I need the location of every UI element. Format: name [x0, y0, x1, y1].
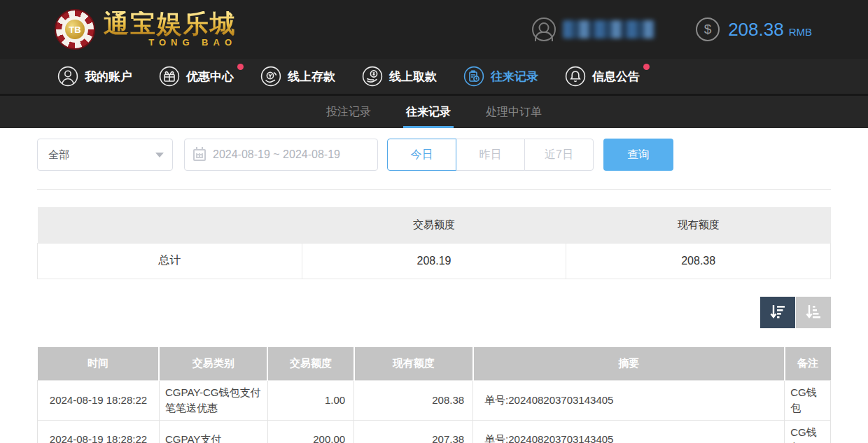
summary-header-row: 交易额度 现有额度: [38, 207, 831, 243]
cell-type: CGPAY支付: [159, 420, 267, 443]
chevron-down-icon: [155, 153, 164, 157]
username-redacted: [563, 20, 655, 38]
cell-type: CGPAY-CG钱包支付笔笔送优惠: [159, 381, 267, 421]
records-icon: [463, 66, 484, 87]
query-button[interactable]: 查询: [603, 139, 673, 171]
type-select-value: 全部: [48, 148, 155, 162]
col-balance: 现有额度: [354, 347, 473, 381]
site-subtitle: TONG BAO: [104, 37, 237, 48]
records-table: 时间 交易类别 交易额度 现有额度 摘要 备注 2024-08-19 18:28…: [37, 347, 831, 443]
cell-balance: 208.38: [354, 381, 473, 421]
main-content: 全部 2024-08-19 ~ 2024-08-19 今日 昨日 近7日 查询 …: [0, 139, 868, 443]
user-icon: [57, 66, 78, 87]
cell-amount: 200.00: [267, 420, 354, 443]
summary-total-transaction: 208.19: [302, 243, 566, 279]
col-time: 时间: [38, 347, 160, 381]
notification-dot: [237, 64, 244, 70]
bell-icon: [565, 66, 586, 87]
table-header-row: 时间 交易类别 交易额度 现有额度 摘要 备注: [38, 347, 831, 381]
cell-summary: 单号:202408203703143405: [473, 420, 785, 443]
nav-item-withdraw[interactable]: 线上取款: [362, 66, 437, 87]
table-row: 2024-08-19 18:28:22 CGPAY-CG钱包支付笔笔送优惠 1.…: [38, 381, 831, 421]
withdraw-icon: [362, 66, 383, 87]
table-row: 2024-08-19 18:28:22 CGPAY支付 200.00 207.3…: [38, 420, 831, 443]
nav-item-deposit[interactable]: 线上存款: [260, 66, 335, 87]
date-range-input[interactable]: 2024-08-19 ~ 2024-08-19: [184, 139, 378, 171]
active-tab-underline: [403, 126, 454, 128]
notification-dot: [643, 64, 650, 70]
chip-tb-label: TB: [65, 20, 85, 39]
user-account[interactable]: [532, 17, 655, 41]
calendar-icon: [193, 149, 206, 161]
summary-header-transaction: 交易额度: [302, 207, 566, 243]
col-type: 交易类别: [159, 347, 267, 381]
sort-controls: [37, 297, 831, 328]
deposit-icon: [260, 66, 281, 87]
gift-icon: [159, 66, 180, 87]
nav-label: 信息公告: [592, 69, 640, 85]
summary-table: 交易额度 现有额度 总计 208.19 208.38: [37, 207, 831, 279]
summary-total-balance: 208.38: [566, 243, 831, 279]
cell-time: 2024-08-19 18:28:22: [38, 420, 160, 443]
tab-processing-orders[interactable]: 处理中订单: [483, 96, 545, 128]
dollar-coin-icon: $: [696, 17, 720, 41]
main-nav: 我的账户 优惠中心 线上存款 线上取款: [0, 59, 868, 96]
summary-header-empty: [38, 207, 302, 243]
summary-header-balance: 现有额度: [566, 207, 831, 243]
filter-bar: 全部 2024-08-19 ~ 2024-08-19 今日 昨日 近7日 查询: [37, 139, 831, 171]
quick-date-group: 今日 昨日 近7日: [387, 139, 594, 171]
date-range-value: 2024-08-19 ~ 2024-08-19: [213, 148, 340, 161]
last7days-button[interactable]: 近7日: [524, 139, 594, 171]
sort-descending-icon: [768, 302, 788, 322]
cell-remark: CG钱包: [785, 420, 831, 443]
sort-ascending-icon: [804, 302, 823, 322]
today-button[interactable]: 今日: [387, 139, 456, 171]
col-summary: 摘要: [473, 347, 785, 381]
section-divider: [37, 189, 831, 190]
tab-label: 往来记录: [406, 105, 451, 120]
nav-label: 优惠中心: [186, 69, 234, 85]
summary-total-label: 总计: [38, 243, 302, 279]
summary-total-row: 总计 208.19 208.38: [38, 243, 831, 279]
nav-label: 线上取款: [389, 69, 437, 85]
type-select[interactable]: 全部: [37, 139, 173, 171]
balance-amount: 208.38: [728, 19, 784, 41]
tab-label: 投注记录: [326, 105, 371, 120]
cell-balance: 207.38: [354, 420, 473, 443]
casino-chip-icon: TB: [55, 9, 95, 50]
cell-remark: CG钱包: [785, 381, 831, 421]
sort-ascending-button[interactable]: [796, 297, 831, 328]
site-logo[interactable]: TB 通宝娱乐城 TONG BAO: [55, 9, 237, 50]
balance-currency: RMB: [789, 26, 812, 38]
avatar-icon: [532, 17, 556, 41]
nav-item-transaction-records[interactable]: 往来记录: [463, 66, 538, 87]
cell-time: 2024-08-19 18:28:22: [38, 381, 160, 421]
site-title: 通宝娱乐城: [104, 11, 237, 36]
col-remark: 备注: [785, 347, 831, 381]
nav-item-promotions[interactable]: 优惠中心: [159, 66, 234, 87]
nav-label: 我的账户: [85, 69, 132, 85]
nav-label: 线上存款: [288, 69, 335, 85]
records-subnav: 投注记录 往来记录 处理中订单: [0, 96, 868, 128]
tab-label: 处理中订单: [486, 105, 542, 120]
tab-bet-records[interactable]: 投注记录: [323, 96, 374, 128]
cell-summary: 单号:202408203703143405: [473, 381, 785, 421]
cell-amount: 1.00: [267, 381, 354, 421]
nav-item-my-account[interactable]: 我的账户: [57, 66, 132, 87]
wallet-balance: $ 208.38 RMB: [696, 17, 812, 41]
yesterday-button[interactable]: 昨日: [456, 139, 525, 171]
nav-item-announcements[interactable]: 信息公告: [565, 66, 640, 87]
top-header: TB 通宝娱乐城 TONG BAO $ 208.38 RMB: [0, 0, 868, 59]
nav-label: 往来记录: [491, 69, 538, 85]
tab-transaction-records[interactable]: 往来记录: [403, 96, 454, 128]
col-amount: 交易额度: [267, 347, 354, 381]
sort-descending-button[interactable]: [760, 297, 795, 328]
